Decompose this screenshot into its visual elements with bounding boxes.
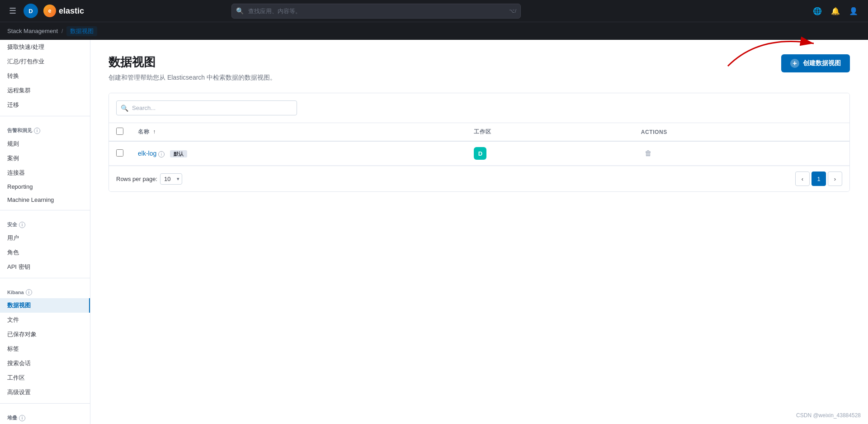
sidebar-item-saved-objects[interactable]: 已保存对象 — [0, 327, 90, 342]
delete-row-button[interactable]: 🗑 — [641, 148, 656, 159]
sidebar-divider-4 — [0, 403, 90, 404]
sidebar-item-remote-cluster[interactable]: 远程集群 — [0, 83, 90, 98]
watermark: CSDN @weixin_43884528 — [796, 412, 861, 419]
row-info-icon[interactable]: i — [158, 151, 165, 157]
sidebar-item-ingest[interactable]: 摄取快速/处理 — [0, 40, 90, 54]
sidebar-item-users[interactable]: 用户 — [0, 231, 90, 245]
rows-per-page-label: Rows per page: — [116, 176, 157, 182]
rows-per-page-select[interactable]: 10 25 50 — [160, 173, 182, 185]
sidebar-item-files[interactable]: 文件 — [0, 313, 90, 327]
data-views-table: 名称 ↑ 工作区 Actions elk-log i 默认 — [109, 123, 849, 166]
breadcrumb-bar: Stack Management / 数据视图 — [0, 22, 868, 40]
global-search-bar: 🔍 ⌥/ — [231, 4, 521, 19]
table-search-row: 🔍 — [109, 93, 849, 123]
sidebar-section-stack: 堆叠 i — [0, 407, 90, 424]
row-checkbox-cell — [109, 141, 131, 166]
search-icon: 🔍 — [236, 7, 244, 14]
data-view-link[interactable]: elk-log — [138, 150, 156, 157]
breadcrumb-separator: / — [61, 28, 63, 34]
table-row: elk-log i 默认 D 🗑 — [109, 141, 849, 166]
table-search-wrap: 🔍 — [116, 100, 297, 115]
create-button-label: 创建数据视图 — [803, 59, 841, 67]
page-controls: ‹ 1 › — [795, 172, 842, 186]
page-header: 数据视图 创建和管理帮助您从 Elasticsearch 中检索数据的数据视图。… — [108, 54, 850, 82]
sidebar-divider-2 — [0, 210, 90, 210]
sidebar-item-workspaces[interactable]: 工作区 — [0, 371, 90, 385]
workspace-badge: D — [474, 147, 486, 160]
breadcrumb-stack-management[interactable]: Stack Management — [7, 28, 58, 34]
sidebar-section-security: 安全 i — [0, 214, 90, 231]
breadcrumb-data-views[interactable]: 数据视图 — [66, 26, 97, 36]
stack-info-icon[interactable]: i — [19, 415, 25, 421]
rows-per-page-select-wrap: 10 25 50 — [160, 173, 182, 185]
hamburger-menu-button[interactable]: ☰ — [7, 4, 18, 18]
row-name-cell: elk-log i 默认 — [131, 141, 467, 166]
sidebar-item-data-views[interactable]: 数据视图 — [0, 298, 90, 313]
default-badge: 默认 — [170, 150, 187, 157]
global-search-input[interactable] — [231, 4, 521, 19]
table-search-input[interactable] — [116, 100, 297, 115]
sidebar: 摄取快速/处理 汇总/打包作业 转换 远程集群 迁移 告警和洞见 i 规则 案例… — [0, 40, 90, 424]
sidebar-item-cases[interactable]: 案例 — [0, 151, 90, 166]
page-header-text: 数据视图 创建和管理帮助您从 Elasticsearch 中检索数据的数据视图。 — [108, 54, 276, 82]
name-column-header[interactable]: 名称 ↑ — [131, 123, 467, 141]
row-workspace-cell: D — [467, 141, 633, 166]
pagination-bar: Rows per page: 10 25 50 ‹ 1 › — [109, 166, 849, 191]
page-1-button[interactable]: 1 — [811, 172, 826, 186]
help-icon-button[interactable]: 🌐 — [810, 4, 825, 18]
sidebar-item-search-sessions[interactable]: 搜索会话 — [0, 356, 90, 371]
top-navigation: ☰ D e elastic 🔍 ⌥/ 🌐 🔔 👤 — [0, 0, 868, 22]
sidebar-divider-1 — [0, 116, 90, 116]
rows-per-page-control: Rows per page: 10 25 50 — [116, 173, 182, 185]
create-data-view-button[interactable]: + 创建数据视图 — [781, 54, 850, 72]
page-title: 数据视图 — [108, 54, 276, 70]
user-avatar-button[interactable]: D — [24, 4, 38, 18]
name-sort-indicator: ↑ — [153, 129, 156, 135]
plus-icon: + — [790, 59, 799, 68]
security-info-icon[interactable]: i — [19, 222, 25, 228]
sidebar-item-rollup[interactable]: 汇总/打包作业 — [0, 54, 90, 69]
sidebar-section-kibana: Kibana i — [0, 282, 90, 298]
sidebar-item-reporting[interactable]: Reporting — [0, 180, 90, 193]
notifications-icon-button[interactable]: 🔔 — [828, 4, 843, 18]
data-views-card: 🔍 名称 ↑ 工作区 Actions — [108, 93, 850, 192]
sidebar-item-roles[interactable]: 角色 — [0, 245, 90, 260]
row-actions-cell: 🗑 — [634, 141, 849, 166]
sidebar-item-tags[interactable]: 标签 — [0, 342, 90, 356]
actions-column-header: Actions — [634, 123, 849, 141]
page-description: 创建和管理帮助您从 Elasticsearch 中检索数据的数据视图。 — [108, 74, 276, 82]
sidebar-item-api-keys[interactable]: API 密钥 — [0, 260, 90, 274]
elastic-logo-text: elastic — [59, 6, 84, 16]
sidebar-item-ml[interactable]: Machine Learning — [0, 193, 90, 206]
sidebar-item-rules[interactable]: 规则 — [0, 137, 90, 151]
table-search-icon: 🔍 — [121, 105, 128, 112]
sidebar-item-transform[interactable]: 转换 — [0, 69, 90, 83]
user-profile-icon-button[interactable]: 👤 — [846, 4, 861, 18]
sidebar-item-migrate[interactable]: 迁移 — [0, 98, 90, 112]
select-all-checkbox[interactable] — [116, 128, 123, 135]
kibana-info-icon[interactable]: i — [26, 289, 32, 295]
search-shortcut-hint: ⌥/ — [509, 8, 516, 14]
next-page-button[interactable]: › — [828, 172, 842, 186]
row-checkbox[interactable] — [116, 149, 123, 157]
alerts-info-icon[interactable]: i — [34, 128, 40, 134]
sidebar-section-alerts: 告警和洞见 i — [0, 120, 90, 137]
sidebar-item-connectors[interactable]: 连接器 — [0, 166, 90, 180]
prev-page-button[interactable]: ‹ — [795, 172, 810, 186]
elastic-logo: e elastic — [43, 5, 84, 17]
sidebar-divider-3 — [0, 278, 90, 278]
elastic-logo-icon: e — [43, 5, 56, 17]
select-all-header — [109, 123, 131, 141]
nav-right-icons: 🌐 🔔 👤 — [810, 4, 861, 18]
main-content: 数据视图 创建和管理帮助您从 Elasticsearch 中检索数据的数据视图。… — [90, 40, 868, 424]
workspace-column-header: 工作区 — [467, 123, 633, 141]
sidebar-item-advanced-settings[interactable]: 高级设置 — [0, 385, 90, 400]
